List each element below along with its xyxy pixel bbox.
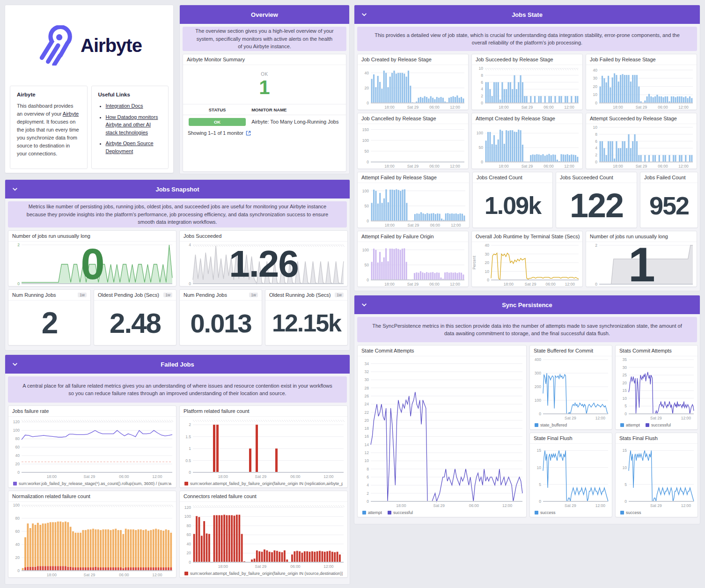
query-value: 2 — [8, 301, 90, 345]
chart-plot-area[interactable]: 05101520253035Sat 2912:00 — [616, 356, 698, 421]
svg-text:2: 2 — [595, 153, 597, 157]
chart-legend[interactable]: success — [616, 508, 698, 517]
section-title: Overview — [251, 11, 278, 18]
chart-title: State Final Flush — [534, 433, 573, 443]
chart-plot-area[interactable]: 010203040Percent18:00Sat 2906:0012:00 — [472, 242, 582, 287]
svg-text:0: 0 — [595, 101, 597, 105]
chart-legend[interactable]: attemptsuccessful — [616, 421, 698, 429]
svg-text:06:00: 06:00 — [429, 105, 440, 110]
svg-text:40: 40 — [15, 542, 20, 547]
svg-text:18:00: 18:00 — [613, 164, 623, 169]
chart-plot-area[interactable]: 024681012141618202224262830323418:00Sat … — [358, 356, 526, 508]
chart-legend[interactable]: sum:worker.attempt_failed_by_failure_ori… — [180, 479, 347, 488]
svg-text:06:00: 06:00 — [290, 564, 301, 569]
chart-title: Platform related failure count — [184, 406, 250, 416]
svg-text:Sat 29: Sat 29 — [521, 105, 533, 110]
svg-text:300: 300 — [535, 371, 541, 375]
chart-legend[interactable]: sum:worker.attempt_failed_by_failure_ori… — [180, 569, 347, 578]
svg-text:Sat 29: Sat 29 — [565, 503, 576, 508]
chevron-down-icon[interactable] — [12, 361, 18, 368]
chart-plot-area[interactable]: 05010018:00Sat 2906:0012:00 — [472, 124, 582, 169]
svg-text:06:00: 06:00 — [469, 503, 479, 508]
monitor-row[interactable]: OK Airbyte: Too Many Long-Running Jobs — [183, 115, 346, 128]
svg-text:18:00: 18:00 — [218, 564, 228, 569]
svg-text:4: 4 — [481, 87, 483, 91]
section-header-overview[interactable]: Overview — [180, 5, 349, 24]
link-open-source-deployment[interactable]: Airbyte Open Source Deployment — [106, 140, 154, 154]
chart-legend[interactable]: sum:worker.job_failed_by_release_stage(*… — [8, 479, 176, 488]
chart-plot-area[interactable]: 021 — [586, 242, 697, 287]
section-header-sync-persistence[interactable]: Sync Persistence — [354, 295, 700, 314]
svg-text:0: 0 — [17, 470, 20, 475]
svg-text:100: 100 — [362, 248, 369, 252]
timeframe-badge: 1w — [163, 293, 172, 298]
query-value: 2.48 — [94, 301, 176, 345]
chart-plot-area[interactable]: 041.26 — [180, 242, 347, 287]
chart-title: Jobs failure rate — [12, 406, 49, 416]
external-link-icon[interactable] — [246, 131, 251, 136]
section-header-jobs-snapshot[interactable]: Jobs Snapshot — [5, 180, 350, 198]
section-header-failed-jobs[interactable]: Failed Jobs — [5, 355, 350, 374]
chart-plot-area[interactable]: 02040608010012018:00Sat 2906:0012:00 — [8, 417, 176, 479]
section-jobs-state: Jobs State This provides a detailed view… — [354, 5, 700, 291]
svg-text:18: 18 — [365, 426, 369, 431]
chart-plot-area[interactable]: 0204018:00Sat 2906:0012:00 — [358, 65, 468, 110]
chart-jobs-failure-rate: Jobs failure rate 02040608010012018:00Sa… — [8, 405, 176, 488]
chart-legend[interactable]: success — [530, 508, 612, 517]
svg-text:12:00: 12:00 — [152, 474, 162, 479]
svg-text:12:00: 12:00 — [323, 564, 334, 569]
svg-text:0: 0 — [481, 160, 483, 164]
list-item: How Datadog monitors Airbyte and other A… — [106, 113, 162, 137]
airbyte-link[interactable]: Airbyte — [63, 111, 79, 117]
widget-title: Jobs Failed Count — [644, 172, 686, 183]
svg-text:5: 5 — [624, 404, 627, 408]
chart-title: Job Succeeded by Release Stage — [476, 54, 553, 65]
chart-plot-area[interactable]: 051015Sat 2912:00 — [616, 444, 698, 508]
svg-text:34: 34 — [365, 361, 369, 366]
svg-text:Sat 29: Sat 29 — [525, 282, 536, 287]
chart-plot-area[interactable]: 02040608010012018:00Sat 2906:0012:00 — [180, 502, 347, 569]
chart-plot-area[interactable]: 00.511.5218:00Sat 2906:0012:00 — [180, 417, 347, 479]
svg-text:0: 0 — [624, 412, 627, 416]
svg-text:20: 20 — [365, 86, 369, 90]
chart-connectors-failure-count: Connectors related failure count 0204060… — [179, 491, 348, 578]
chart-plot-area[interactable]: 024681018:00Sat 2906:0012:00 — [586, 124, 697, 169]
svg-text:50: 50 — [365, 263, 369, 267]
svg-text:18:00: 18:00 — [47, 573, 57, 577]
chart-title: Attempt Failed by Release Stage — [361, 172, 437, 183]
svg-text:8: 8 — [367, 467, 369, 471]
chart-legend[interactable]: state_buffered — [530, 421, 612, 429]
chart-plot-area[interactable]: 05010015018:00Sat 2906:0012:00 — [358, 124, 468, 169]
chevron-down-icon[interactable] — [361, 301, 367, 308]
svg-text:12:00: 12:00 — [595, 503, 606, 508]
chart-plot-area[interactable]: 024681018:00Sat 2906:0012:00 — [472, 65, 582, 110]
useful-links-title: Useful Links — [98, 92, 162, 97]
chart-plot-area[interactable]: 051015Sat 2912:00 — [530, 444, 612, 508]
chart-plot-area[interactable]: 02040608010018:00Sat 2906:0012:00 — [8, 502, 176, 578]
about-note: Airbyte This dashboard provides an overv… — [10, 86, 88, 169]
svg-text:6: 6 — [367, 475, 369, 479]
timeframe-badge: 1w — [78, 293, 87, 298]
link-integration-docs[interactable]: Integration Docs — [106, 103, 143, 109]
svg-text:80: 80 — [15, 516, 20, 521]
chart-plot-area[interactable]: 01020304018:00Sat 2906:0012:00 — [586, 65, 697, 110]
chevron-down-icon[interactable] — [12, 186, 18, 192]
link-how-datadog-monitors[interactable]: How Datadog monitors Airbyte and other A… — [106, 114, 158, 135]
svg-text:12:00: 12:00 — [450, 164, 460, 169]
svg-text:2: 2 — [189, 422, 191, 427]
chart-plot-area[interactable]: 020 — [8, 242, 176, 287]
svg-text:0: 0 — [595, 160, 597, 164]
svg-text:06:00: 06:00 — [290, 474, 301, 479]
section-header-jobs-state[interactable]: Jobs State — [354, 5, 700, 24]
svg-text:18:00: 18:00 — [384, 105, 395, 110]
chart-plot-area[interactable]: 05010018:00Sat 2906:0012:00 — [358, 242, 468, 287]
chart-plot-area[interactable]: 0100200300400Sat 2912:00 — [530, 356, 612, 421]
failed-jobs-note: A central place for all failure related … — [8, 376, 347, 403]
svg-text:40: 40 — [593, 68, 598, 73]
svg-text:18:00: 18:00 — [384, 282, 395, 287]
chevron-down-icon[interactable] — [361, 11, 367, 18]
chart-plot-area[interactable]: 05010018:00Sat 2906:0012:00 — [358, 183, 469, 228]
brand-wordmark: Airbyte — [81, 35, 142, 56]
chart-legend[interactable]: attemptsuccessful — [358, 508, 526, 517]
svg-text:20: 20 — [485, 260, 490, 265]
